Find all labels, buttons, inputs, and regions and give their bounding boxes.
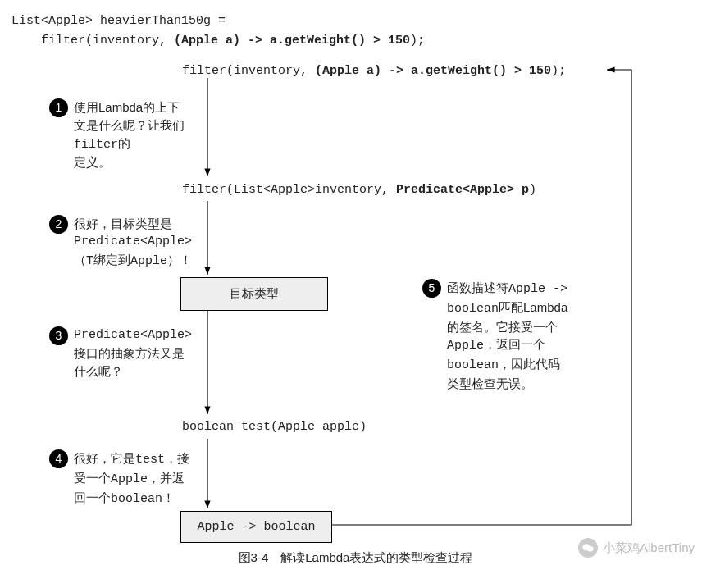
node-filter-call: filter(inventory, (Apple a) -> a.getWeig… (182, 64, 566, 78)
box-target-type: 目标类型 (180, 277, 328, 311)
step-num-2: 2 (49, 215, 68, 234)
step-num-4: 4 (49, 449, 68, 468)
code-snippet-top: List<Apple> heavierThan150g = filter(inv… (11, 11, 711, 51)
flow-diagram: filter(inventory, (Apple a) -> a.getWeig… (0, 49, 711, 574)
watermark-text: 小菜鸡AlbertTiny (603, 540, 695, 556)
step-num-3: 3 (49, 326, 68, 345)
code-pre: filter(inventory, (11, 34, 174, 48)
step-5: 5 函数描述符Apple -> boolean匹配Lambda 的签名。它接受一… (447, 279, 595, 393)
step-3: 3 Predicate<Apple> 接口的抽象方法又是 什么呢？ (74, 326, 213, 380)
watermark: 小菜鸡AlbertTiny (578, 538, 695, 558)
code-post: ); (410, 34, 425, 48)
wechat-icon (578, 538, 598, 558)
node-test-method: boolean test(Apple apple) (182, 420, 367, 434)
svg-point-5 (587, 546, 594, 552)
step-4: 4 很好，它是test，接 受一个Apple，并返 回一个boolean！ (74, 449, 213, 508)
step-num-1: 1 (49, 98, 68, 117)
node-filter-signature: filter(List<Apple>inventory, Predicate<A… (182, 183, 536, 197)
code-bold: (Apple a) -> a.getWeight() > 150 (174, 34, 410, 48)
step-2: 2 很好，目标类型是 Predicate<Apple> （T绑定到Apple）！ (74, 215, 213, 270)
box-apple-boolean: Apple -> boolean (180, 511, 332, 543)
code-line: List<Apple> heavierThan150g = (11, 14, 226, 28)
step-num-5: 5 (422, 279, 441, 298)
step-1: 1 使用Lambda的上下 文是什么呢？让我们 filter的 定义。 (74, 98, 205, 171)
